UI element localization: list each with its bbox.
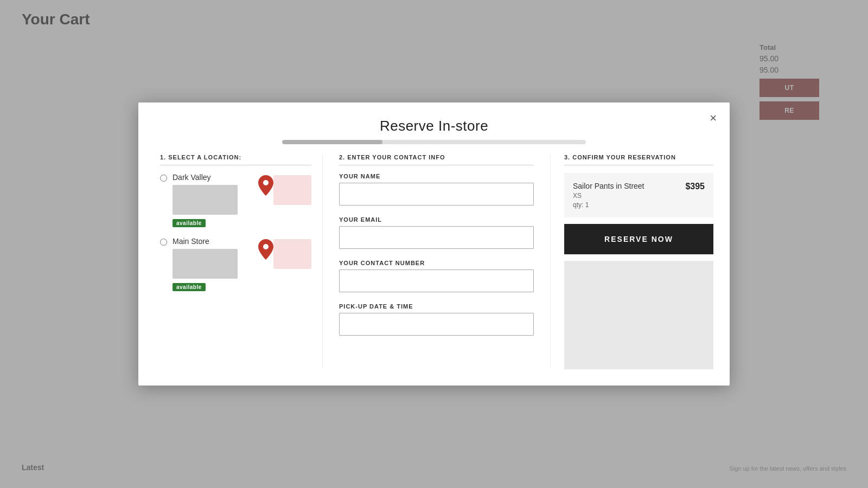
modal-body: 1. Select a Location: Dark Valley availa… bbox=[138, 154, 730, 386]
main-store-map-placeholder bbox=[273, 239, 311, 269]
input-your-name[interactable] bbox=[339, 183, 534, 206]
location-dark-valley-info: Dark Valley available bbox=[173, 173, 253, 227]
dark-valley-map-placeholder bbox=[273, 175, 311, 205]
radio-main-store[interactable] bbox=[160, 239, 167, 246]
form-group-email: Your Email bbox=[339, 216, 534, 249]
location-main-store: Main Store available bbox=[160, 237, 311, 291]
reserve-instore-modal: Reserve In-store × 1. Select a Location:… bbox=[138, 102, 730, 386]
map-pin-icon-dark-valley bbox=[258, 175, 273, 198]
dark-valley-name: Dark Valley bbox=[173, 173, 253, 182]
contact-section-heading: 2. Enter Your Contact Info bbox=[339, 154, 534, 165]
input-contact-number[interactable] bbox=[339, 269, 534, 292]
label-your-email: Your Email bbox=[339, 216, 534, 223]
product-qty: qty: 1 bbox=[573, 201, 644, 209]
progress-bar-wrap bbox=[138, 140, 730, 154]
gray-placeholder-block bbox=[564, 261, 713, 369]
main-store-name: Main Store bbox=[173, 237, 253, 246]
product-name: Sailor Pants in Street bbox=[573, 182, 644, 190]
location-dark-valley: Dark Valley available bbox=[160, 173, 311, 227]
form-group-contact-number: Your Contact Number bbox=[339, 260, 534, 292]
dark-valley-map-thumb bbox=[173, 185, 238, 215]
main-store-pin-wrap bbox=[258, 237, 311, 269]
main-store-available-badge: available bbox=[173, 283, 206, 291]
progress-bar-track bbox=[282, 140, 586, 144]
label-pickup-datetime: Pick-up Date & Time bbox=[339, 303, 534, 310]
location-main-store-row: Main Store available bbox=[160, 237, 311, 291]
dark-valley-pin-wrap bbox=[258, 173, 311, 205]
product-price: $395 bbox=[685, 182, 705, 191]
modal-header: Reserve In-store × bbox=[138, 102, 730, 140]
progress-bar-fill bbox=[282, 140, 382, 144]
close-button[interactable]: × bbox=[710, 112, 717, 124]
location-section-heading: 1. Select a Location: bbox=[160, 154, 311, 165]
input-your-email[interactable] bbox=[339, 226, 534, 249]
label-your-name: Your Name bbox=[339, 173, 534, 179]
modal-title: Reserve In-store bbox=[380, 118, 488, 134]
map-pin-icon-main-store bbox=[258, 239, 273, 262]
form-group-name: Your Name bbox=[339, 173, 534, 206]
radio-dark-valley[interactable] bbox=[160, 175, 167, 182]
product-size: XS bbox=[573, 192, 644, 200]
input-pickup-datetime[interactable] bbox=[339, 313, 534, 336]
dark-valley-available-badge: available bbox=[173, 219, 206, 227]
main-store-map-thumb bbox=[173, 249, 238, 279]
location-main-store-info: Main Store available bbox=[173, 237, 253, 291]
label-contact-number: Your Contact Number bbox=[339, 260, 534, 266]
contact-column: 2. Enter Your Contact Info Your Name You… bbox=[323, 154, 551, 369]
product-info: Sailor Pants in Street XS qty: 1 bbox=[573, 182, 644, 209]
location-dark-valley-row: Dark Valley available bbox=[160, 173, 311, 227]
confirm-section-heading: 3. Confirm Your Reservation bbox=[564, 154, 713, 165]
location-column: 1. Select a Location: Dark Valley availa… bbox=[155, 154, 323, 369]
confirm-column: 3. Confirm Your Reservation Sailor Pants… bbox=[551, 154, 713, 369]
reserve-now-button[interactable]: Reserve Now bbox=[564, 224, 713, 254]
product-card: Sailor Pants in Street XS qty: 1 $395 bbox=[564, 173, 713, 217]
form-group-pickup: Pick-up Date & Time bbox=[339, 303, 534, 336]
